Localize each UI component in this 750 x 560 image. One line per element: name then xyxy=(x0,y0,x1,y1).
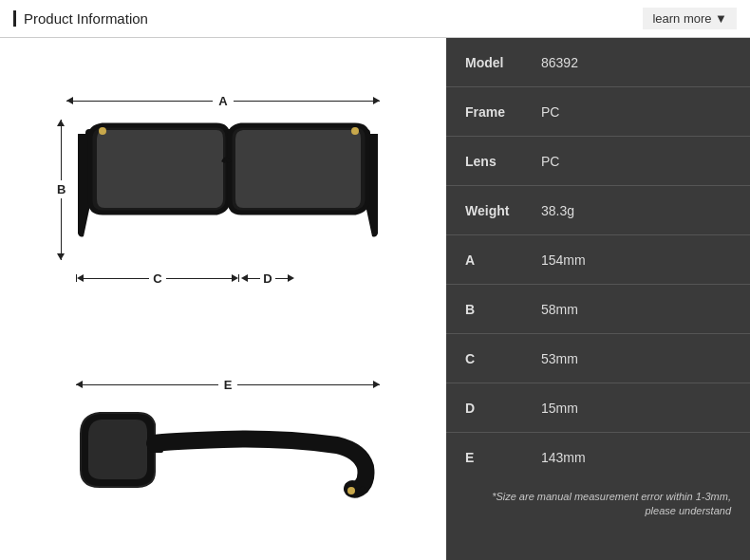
learn-more-button[interactable]: learn more ▼ xyxy=(643,8,737,29)
spec-key: D xyxy=(465,401,541,416)
spec-value: 53mm xyxy=(541,351,578,366)
a-label: A xyxy=(213,94,233,108)
spec-value: PC xyxy=(541,154,559,169)
measurement-note: *Size are manual measurement error withi… xyxy=(465,490,731,519)
main-content: A B xyxy=(0,38,750,560)
spec-row: D 15mm xyxy=(446,383,750,433)
spec-value: 38.3g xyxy=(541,203,574,218)
spec-row: E 143mm xyxy=(446,433,750,482)
diagram-panel: A B xyxy=(0,38,446,560)
sunglasses-side-image xyxy=(66,396,380,519)
spec-key: E xyxy=(465,450,541,465)
spec-key: Model xyxy=(465,55,541,70)
svg-point-2 xyxy=(351,127,359,135)
svg-point-3 xyxy=(347,487,355,495)
spec-row: Lens PC xyxy=(446,137,750,186)
spec-row: B 58mm xyxy=(446,285,750,334)
e-label: E xyxy=(218,378,238,392)
spec-row: Weight 38.3g xyxy=(446,186,750,235)
b-label: B xyxy=(57,180,66,198)
spec-key: Lens xyxy=(465,154,541,169)
c-label: C xyxy=(149,271,165,286)
spec-row: Frame PC xyxy=(446,87,750,137)
svg-rect-4 xyxy=(150,438,163,453)
spec-value: 143mm xyxy=(541,450,586,465)
specs-panel: Model 86392 Frame PC Lens PC Weight 38.3… xyxy=(446,38,750,560)
spec-key: A xyxy=(465,252,541,268)
spec-key: B xyxy=(465,302,541,317)
side-diagram: E xyxy=(19,368,427,519)
front-diagram: A B xyxy=(19,84,427,295)
spec-key: C xyxy=(465,351,541,366)
specs-table: Model 86392 Frame PC Lens PC Weight 38.3… xyxy=(446,38,750,482)
spec-row: A 154mm xyxy=(446,235,750,285)
spec-value: PC xyxy=(541,104,559,120)
sunglasses-front-image xyxy=(76,110,380,262)
spec-row: Model 86392 xyxy=(446,38,750,87)
spec-key: Weight xyxy=(465,203,541,218)
page-header: Product Information learn more ▼ xyxy=(0,0,750,38)
spec-value: 86392 xyxy=(541,55,578,70)
spec-value: 58mm xyxy=(541,302,578,317)
spec-key: Frame xyxy=(465,104,541,120)
note-area: *Size are manual measurement error withi… xyxy=(446,482,750,527)
page-title: Product Information xyxy=(13,10,148,27)
svg-point-1 xyxy=(99,127,106,135)
spec-value: 15mm xyxy=(541,401,578,416)
spec-value: 154mm xyxy=(541,252,586,268)
d-label: D xyxy=(260,271,274,286)
spec-row: C 53mm xyxy=(446,334,750,383)
